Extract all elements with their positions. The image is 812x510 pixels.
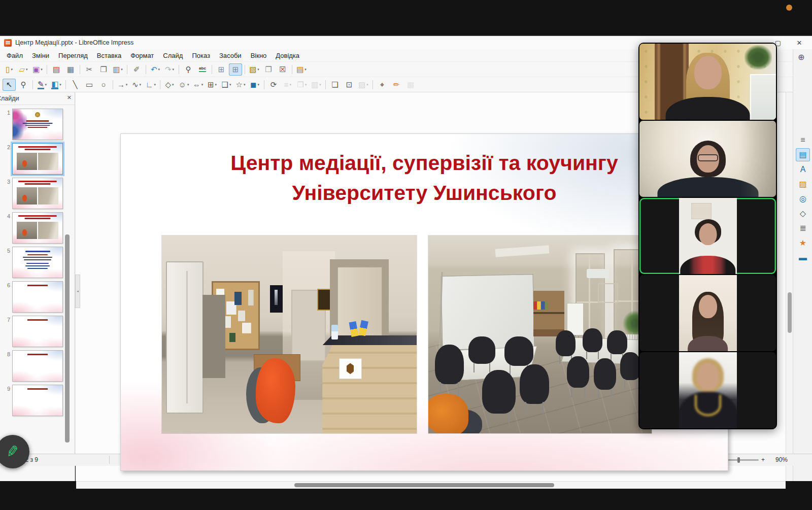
distribute-dropdown-arrow[interactable]: ▾: [319, 83, 321, 87]
slide-thumbnail-6[interactable]: 6: [1, 281, 69, 313]
align-objects-dropdown-arrow[interactable]: ▾: [290, 83, 292, 87]
sidebar-tab-sidebar-settings[interactable]: ≡: [796, 133, 810, 147]
save-button[interactable]: ▣▾: [31, 63, 44, 76]
zoom-slider[interactable]: [723, 459, 759, 461]
panel-splitter[interactable]: ◂: [75, 275, 80, 308]
image-filter-dropdown-arrow[interactable]: ▾: [366, 83, 368, 87]
snap-to-grid-button[interactable]: ⊞: [229, 63, 242, 76]
callouts-button[interactable]: ❑▾: [220, 79, 233, 91]
undo-dropdown-arrow[interactable]: ▾: [158, 67, 160, 72]
slides-panel-close-icon[interactable]: ✕: [67, 94, 72, 101]
3d-objects-dropdown-arrow[interactable]: ▾: [257, 83, 259, 87]
menu-вікно[interactable]: Вікно: [246, 50, 272, 61]
fill-color-dropdown-arrow[interactable]: ▾: [59, 83, 61, 87]
open-dropdown-arrow[interactable]: ▾: [26, 67, 28, 72]
undo-button[interactable]: ↶▾: [149, 63, 162, 76]
export-pdf-button[interactable]: ▤: [50, 63, 63, 76]
curve-dropdown-arrow[interactable]: ▾: [140, 83, 142, 87]
zoom-percent[interactable]: 90%: [775, 456, 788, 463]
menu-слайд[interactable]: Слайд: [158, 50, 187, 61]
connector-dropdown-arrow[interactable]: ▾: [154, 83, 156, 87]
stars-banners-button[interactable]: ☆▾: [234, 79, 247, 91]
sidebar-tab-properties[interactable]: ▤: [796, 148, 810, 161]
copy-button[interactable]: ❐: [97, 63, 110, 76]
sidebar-tab-shapes[interactable]: ◇: [796, 207, 810, 220]
sidebar-tab-gallery[interactable]: ▨: [796, 178, 810, 191]
menu-зміни[interactable]: Зміни: [27, 50, 54, 61]
slide-thumbnail-1[interactable]: 1: [1, 109, 69, 140]
glue-points-button[interactable]: ✏: [390, 79, 403, 91]
menu-довідка[interactable]: Довідка: [271, 50, 304, 61]
paste-dropdown-arrow[interactable]: ▾: [121, 67, 123, 72]
zoom-button[interactable]: ⚲: [17, 79, 30, 91]
participant-video-3[interactable]: [639, 198, 776, 274]
slide-properties-dropdown-arrow[interactable]: ▾: [304, 67, 307, 72]
delete-slide-button[interactable]: ☒: [276, 63, 289, 76]
edit-points-button[interactable]: ⌖: [376, 79, 389, 91]
close-button[interactable]: ✕: [789, 36, 810, 49]
fill-color-button[interactable]: ◧▾: [50, 79, 63, 91]
slide-thumbnail-8[interactable]: 8: [1, 350, 69, 382]
slide-thumbnail-7[interactable]: 7: [1, 316, 69, 347]
slide[interactable]: Центр медіації, супервізії та коучингу У…: [120, 133, 728, 471]
display-views-dropdown-arrow[interactable]: ▾: [257, 67, 259, 72]
3d-objects-button[interactable]: ◼▾: [248, 79, 261, 91]
sidebar-tab-master-slides[interactable]: ▬: [796, 251, 810, 264]
photo-classroom[interactable]: [428, 235, 652, 433]
block-arrows-button[interactable]: ⇔▾: [191, 79, 205, 91]
slide-thumbnail-4[interactable]: 4: [1, 212, 69, 244]
participant-video-4[interactable]: [639, 275, 776, 351]
display-views-button[interactable]: ▧▾: [248, 63, 261, 76]
sidebar-tab-effects[interactable]: ★: [796, 236, 810, 250]
connector-button[interactable]: ∟▾: [144, 79, 157, 91]
menu-вставка[interactable]: Вставка: [92, 50, 126, 61]
ellipse-button[interactable]: ○: [97, 79, 110, 91]
spelling-button[interactable]: abc: [196, 63, 209, 76]
save-dropdown-arrow[interactable]: ▾: [41, 67, 43, 72]
slide-properties-button[interactable]: ▤▾: [295, 63, 308, 76]
duplicate-slide-button[interactable]: ❐: [262, 63, 275, 76]
slide-thumbnail-9[interactable]: 9: [1, 385, 69, 416]
display-grid-button[interactable]: ⊞: [215, 63, 228, 76]
clone-formatting-button[interactable]: ✐: [130, 63, 143, 76]
new-document-button[interactable]: ▯▾: [3, 63, 16, 76]
redo-button[interactable]: ↷▾: [163, 63, 176, 76]
cut-button[interactable]: ✂: [83, 63, 96, 76]
menu-засоби[interactable]: Засоби: [215, 50, 246, 61]
menu-показ[interactable]: Показ: [187, 50, 215, 61]
sidebar-tab-animation[interactable]: ≣: [796, 222, 810, 235]
rectangle-button[interactable]: ▭: [83, 79, 96, 91]
symbol-shapes-dropdown-arrow[interactable]: ▾: [187, 83, 189, 87]
shadow-button[interactable]: ❏: [328, 79, 342, 91]
participant-video-5[interactable]: [639, 352, 776, 428]
menu-файл[interactable]: Файл: [2, 50, 27, 61]
lines-arrows-dropdown-arrow[interactable]: ▾: [126, 83, 128, 87]
callouts-dropdown-arrow[interactable]: ▾: [229, 83, 231, 87]
insert-line-button[interactable]: ╲: [69, 79, 82, 91]
basic-shapes-dropdown-arrow[interactable]: ▾: [172, 83, 174, 87]
symbol-shapes-button[interactable]: ☺▾: [177, 79, 190, 91]
sidebar-tab-navigator[interactable]: ◎: [796, 192, 810, 206]
arrange-dropdown-arrow[interactable]: ▾: [305, 83, 307, 87]
print-button[interactable]: ▦: [64, 63, 77, 76]
open-button[interactable]: ▱▾: [17, 63, 30, 76]
slide-thumbnail-3[interactable]: 3: [1, 178, 69, 209]
redo-dropdown-arrow[interactable]: ▾: [173, 67, 175, 72]
line-color-dropdown-arrow[interactable]: ▾: [45, 83, 47, 87]
photo-hallway-reception[interactable]: [162, 235, 417, 433]
menu-формат[interactable]: Формат: [126, 50, 158, 61]
line-color-button[interactable]: ✎▾: [36, 79, 49, 91]
zoom-in-button[interactable]: +: [761, 456, 765, 463]
vertical-scrollbar[interactable]: [786, 92, 793, 481]
block-arrows-dropdown-arrow[interactable]: ▾: [201, 83, 204, 87]
zoom-slider-knob[interactable]: [737, 457, 740, 463]
globe-icon[interactable]: ⊕: [798, 52, 804, 62]
horizontal-scrollbar[interactable]: [76, 481, 786, 489]
basic-shapes-button[interactable]: ◇▾: [163, 79, 176, 91]
new-document-dropdown-arrow[interactable]: ▾: [11, 67, 13, 72]
slide-title-text[interactable]: Центр медіації, супервізії та коучингу У…: [121, 148, 728, 209]
select-button[interactable]: ↖: [3, 79, 16, 91]
lines-arrows-button[interactable]: →▾: [116, 79, 129, 91]
participant-video-2[interactable]: [639, 121, 776, 197]
slide-thumbnail-5[interactable]: 5: [1, 247, 69, 278]
